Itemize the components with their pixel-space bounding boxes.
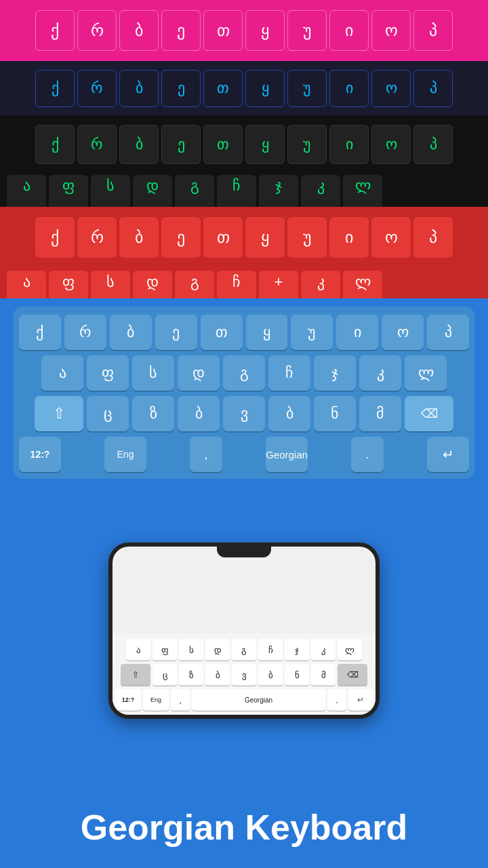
key-pink-6[interactable]: ყ xyxy=(245,10,285,51)
spacebar-key[interactable]: Georgian xyxy=(266,437,308,472)
key-m-f[interactable]: ფ xyxy=(87,355,129,391)
key-dg-9[interactable]: ო xyxy=(371,125,411,164)
key-r2-2[interactable]: ფ xyxy=(49,271,88,298)
key-m-a[interactable]: ა xyxy=(41,355,83,391)
key-m-m[interactable]: მ xyxy=(359,396,401,431)
pk-l[interactable]: ლ xyxy=(338,639,362,660)
pk-a[interactable]: ა xyxy=(126,639,150,660)
key-m-v[interactable]: ბ xyxy=(178,396,220,431)
key-dg2-7[interactable]: ჯ xyxy=(259,175,298,207)
key-db-7[interactable]: უ xyxy=(287,70,327,107)
pk-ch[interactable]: ჩ xyxy=(258,639,283,660)
key-m-q[interactable]: ქ xyxy=(19,315,61,350)
key-r2-5[interactable]: გ xyxy=(175,271,214,298)
pk-d[interactable]: დ xyxy=(205,639,230,660)
key-dg2-6[interactable]: ჩ xyxy=(217,175,256,207)
key-db-6[interactable]: ყ xyxy=(245,70,285,107)
key-dg-7[interactable]: უ xyxy=(287,125,327,164)
phone-eng[interactable]: Eng xyxy=(143,689,169,711)
key-dg-1[interactable]: ქ xyxy=(35,125,75,164)
key-r2-4[interactable]: დ xyxy=(133,271,172,298)
eng-key[interactable]: Eng xyxy=(104,437,146,472)
key-dg-3[interactable]: ბ xyxy=(119,125,159,164)
key-dg2-9[interactable]: ლ xyxy=(343,175,382,207)
key-dg2-8[interactable]: კ xyxy=(301,175,340,207)
key-m-ch[interactable]: ჩ xyxy=(268,355,310,391)
key-db-3[interactable]: ბ xyxy=(119,70,159,107)
key-r2-8[interactable]: კ xyxy=(301,271,340,298)
key-pink-10[interactable]: პ xyxy=(413,10,453,51)
key-r-1[interactable]: ქ xyxy=(35,217,75,258)
phone-comma[interactable]: , xyxy=(171,689,190,711)
key-m-o[interactable]: ო xyxy=(382,315,424,350)
key-r-3[interactable]: ბ xyxy=(119,217,159,258)
key-m-i[interactable]: ი xyxy=(336,315,378,350)
key-dg2-2[interactable]: ფ xyxy=(49,175,88,207)
key-dg-8[interactable]: ი xyxy=(329,125,369,164)
key-m-vb[interactable]: ვ xyxy=(223,396,265,431)
comma-key[interactable]: , xyxy=(190,437,222,472)
key-m-d[interactable]: დ xyxy=(178,355,220,391)
key-dg2-3[interactable]: ს xyxy=(91,175,130,207)
key-m-e[interactable]: ე xyxy=(155,315,197,350)
pk-z[interactable]: ზ xyxy=(179,664,203,686)
pk-v[interactable]: ბ xyxy=(205,664,230,686)
key-pink-4[interactable]: ე xyxy=(161,10,201,51)
key-r-5[interactable]: თ xyxy=(203,217,243,258)
phone-nums[interactable]: 12:? xyxy=(115,689,141,711)
key-r-7[interactable]: უ xyxy=(287,217,327,258)
key-db-9[interactable]: ო xyxy=(371,70,411,107)
key-pink-2[interactable]: რ xyxy=(77,10,117,51)
pk-oh[interactable]: ბ xyxy=(258,664,283,686)
key-dg-5[interactable]: თ xyxy=(203,125,243,164)
enter-key[interactable]: ↵ xyxy=(427,437,469,472)
key-r2-1[interactable]: ა xyxy=(7,271,46,298)
key-dg2-4[interactable]: დ xyxy=(133,175,172,207)
phone-dot[interactable]: . xyxy=(327,689,346,711)
key-r2-7[interactable]: + xyxy=(259,271,298,298)
backspace-key[interactable]: ⌫ xyxy=(405,396,453,431)
pk-k[interactable]: კ xyxy=(311,639,336,660)
pk-s[interactable]: ს xyxy=(179,639,203,660)
key-r2-9[interactable]: ლ xyxy=(343,271,382,298)
key-dg-6[interactable]: ყ xyxy=(245,125,285,164)
dot-key[interactable]: . xyxy=(351,437,384,472)
key-r-4[interactable]: ე xyxy=(161,217,201,258)
key-dg-10[interactable]: პ xyxy=(413,125,453,164)
key-r-2[interactable]: რ xyxy=(77,217,117,258)
key-m-ts[interactable]: ც xyxy=(87,396,129,431)
key-pink-1[interactable]: ქ xyxy=(35,10,75,51)
pk-j[interactable]: ჯ xyxy=(285,639,309,660)
key-dg-2[interactable]: რ xyxy=(77,125,117,164)
key-db-2[interactable]: რ xyxy=(77,70,117,107)
key-db-4[interactable]: ე xyxy=(161,70,201,107)
key-db-5[interactable]: თ xyxy=(203,70,243,107)
phone-space[interactable]: Georgian xyxy=(192,689,325,711)
key-db-1[interactable]: ქ xyxy=(35,70,75,107)
pk-ts[interactable]: ც xyxy=(152,664,177,686)
key-m-p[interactable]: პ xyxy=(427,315,469,350)
key-m-z[interactable]: ზ xyxy=(132,396,174,431)
phone-shift[interactable]: ⇧ xyxy=(121,664,150,686)
key-m-t[interactable]: თ xyxy=(201,315,243,350)
pk-f[interactable]: ფ xyxy=(152,639,177,660)
phone-backspace[interactable]: ⌫ xyxy=(338,664,367,686)
key-db-10[interactable]: პ xyxy=(413,70,453,107)
key-pink-8[interactable]: ი xyxy=(329,10,369,51)
key-m-j[interactable]: ჯ xyxy=(314,355,356,391)
key-dg-4[interactable]: ე xyxy=(161,125,201,164)
key-r2-6[interactable]: ჩ xyxy=(217,271,256,298)
key-db-8[interactable]: ი xyxy=(329,70,369,107)
pk-g[interactable]: გ xyxy=(232,639,256,660)
key-pink-7[interactable]: უ xyxy=(287,10,327,51)
key-m-k[interactable]: კ xyxy=(359,355,401,391)
key-m-b[interactable]: ბ xyxy=(110,315,152,350)
key-r-8[interactable]: ი xyxy=(329,217,369,258)
key-m-r[interactable]: რ xyxy=(64,315,106,350)
pk-m[interactable]: მ xyxy=(311,664,336,686)
numbers-key[interactable]: 12:? xyxy=(19,437,61,472)
pk-n[interactable]: ნ xyxy=(285,664,309,686)
key-pink-3[interactable]: ბ xyxy=(119,10,159,51)
phone-enter[interactable]: ↵ xyxy=(348,689,373,711)
pk-vb[interactable]: ვ xyxy=(232,664,256,686)
